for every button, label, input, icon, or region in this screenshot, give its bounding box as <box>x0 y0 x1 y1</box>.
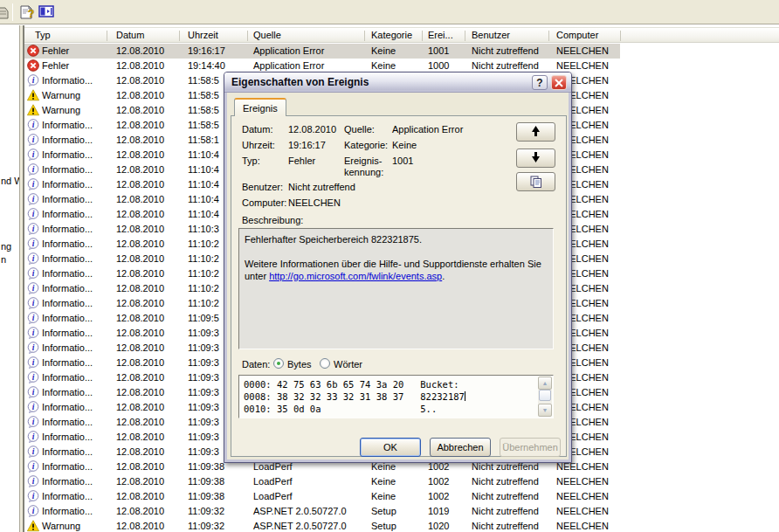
svg-text:i: i <box>32 507 35 515</box>
cell-id: 1019 <box>428 504 449 519</box>
events-asp-link[interactable]: http://go.microsoft.com/fwlink/events.as… <box>269 271 442 281</box>
warning-icon <box>27 104 39 116</box>
cell-typ: Informatio... <box>42 162 93 177</box>
cell-uhrzeit: 11:09:3 <box>188 370 219 385</box>
info-icon: i <box>27 356 39 369</box>
toolbar-separator <box>12 3 13 21</box>
cell-typ: Informatio... <box>42 118 93 133</box>
info-icon: i <box>27 416 39 428</box>
column-header-erei[interactable]: Erei... <box>428 28 453 43</box>
cell-datum: 12.08.2010 <box>116 237 164 252</box>
show-console-tree-icon[interactable] <box>38 4 54 20</box>
table-row[interactable]: Fehler12.08.201019:16:17Application Erro… <box>24 44 620 59</box>
column-separator[interactable] <box>179 31 180 41</box>
hex-data-box[interactable]: 0000: 42 75 63 6b 65 74 3a 20 Bucket: 00… <box>238 375 554 418</box>
cell-datum: 12.08.2010 <box>116 162 164 177</box>
column-separator[interactable] <box>465 31 465 41</box>
info-icon: i <box>27 297 39 309</box>
table-row[interactable]: iInformatio...12.08.201011:09:38LoadPerf… <box>24 474 620 489</box>
cell-datum: 12.08.2010 <box>116 252 164 266</box>
copy-event-button[interactable] <box>516 172 555 191</box>
info-icon: i <box>27 490 39 502</box>
cell-benutzer: Nicht zutreffend <box>472 519 539 532</box>
scroll-thumb[interactable] <box>539 390 551 401</box>
info-icon: i <box>27 252 39 265</box>
cell-uhrzeit: 11:09:3 <box>188 445 219 459</box>
daten-label: Daten: <box>242 359 270 370</box>
column-header-typ[interactable]: Typ <box>35 28 51 43</box>
cell-typ: Informatio... <box>42 207 93 222</box>
list-header: TypDatumUhrzeitQuelleKategorieErei...Ben… <box>24 27 779 43</box>
svg-text:i: i <box>32 180 35 189</box>
radio-woerter[interactable] <box>320 358 330 369</box>
column-separator[interactable] <box>548 31 549 41</box>
help-topics-icon[interactable]: ? <box>19 4 35 20</box>
scroll-down-icon[interactable]: ▼ <box>538 404 552 417</box>
svg-text:i: i <box>32 225 35 233</box>
table-row[interactable]: iInformatio...12.08.201011:09:38LoadPerf… <box>24 489 620 504</box>
cell-uhrzeit: 11:10:4 <box>188 148 219 162</box>
radio-woerter-label[interactable]: Wörter <box>334 359 362 370</box>
previous-event-button[interactable] <box>516 122 555 142</box>
cell-uhrzeit: 11:09:32 <box>188 519 224 532</box>
column-separator[interactable] <box>107 31 107 41</box>
cell-uhrzeit: 11:09:32 <box>188 504 224 519</box>
apply-button[interactable]: Übernehmen <box>500 438 561 457</box>
cell-computer: NEELCHEN <box>556 504 609 519</box>
next-event-button[interactable] <box>516 149 555 168</box>
cell-typ: Informatio... <box>42 385 93 400</box>
close-icon[interactable] <box>551 75 567 90</box>
column-header-kategorie[interactable]: Kategorie <box>371 28 412 43</box>
column-header-benutzer[interactable]: Benutzer <box>472 28 510 43</box>
column-separator[interactable] <box>422 31 423 41</box>
column-separator[interactable] <box>620 31 621 41</box>
cell-typ: Informatio... <box>42 252 93 266</box>
dialog-help-button[interactable]: ? <box>532 75 548 90</box>
description-box[interactable]: Fehlerhafter Speicherbereich 822321875. … <box>238 228 554 349</box>
info-icon: i <box>27 238 39 250</box>
column-separator[interactable] <box>364 31 365 41</box>
cell-datum: 12.08.2010 <box>116 504 164 519</box>
dialog-titlebar[interactable]: Eigenschaften von Ereignis ? <box>224 73 571 93</box>
info-icon: i <box>27 386 39 398</box>
svg-text:i: i <box>32 492 35 501</box>
cell-uhrzeit: 11:58:5 <box>188 118 219 133</box>
hex-scrollbar[interactable]: ▲ ▼ <box>538 377 552 417</box>
cell-typ: Informatio... <box>42 266 93 281</box>
cell-uhrzeit: 11:10:2 <box>188 281 219 296</box>
cell-datum: 12.08.2010 <box>116 459 164 474</box>
column-separator[interactable] <box>247 31 248 41</box>
tab-ereignis[interactable]: Ereignis <box>234 98 286 116</box>
info-icon: i <box>27 223 39 235</box>
cell-uhrzeit: 11:10:4 <box>188 177 219 192</box>
info-icon: i <box>27 401 39 413</box>
cell-typ: Informatio... <box>42 326 93 341</box>
cell-uhrzeit: 11:09:38 <box>188 489 224 504</box>
error-icon <box>27 45 39 57</box>
table-row[interactable]: iInformatio...12.08.201011:09:32ASP.NET … <box>24 504 620 519</box>
column-header-computer[interactable]: Computer <box>556 28 598 43</box>
svg-text:i: i <box>32 76 35 85</box>
column-header-quelle[interactable]: Quelle <box>253 28 281 43</box>
quelle-value: Application Error <box>392 124 463 135</box>
info-icon: i <box>27 282 39 294</box>
cell-datum: 12.08.2010 <box>116 385 164 400</box>
cancel-button[interactable]: Abbrechen <box>430 438 491 457</box>
scroll-up-icon[interactable]: ▲ <box>538 377 552 390</box>
svg-text:i: i <box>32 254 35 263</box>
cell-computer: NEELCHEN <box>556 519 609 532</box>
cell-id: 1002 <box>428 474 449 489</box>
cell-uhrzeit: 11:09:38 <box>188 459 224 474</box>
ereigniskennung-value: 1001 <box>392 155 413 167</box>
ok-button[interactable]: OK <box>360 438 421 457</box>
column-header-uhrzeit[interactable]: Uhrzeit <box>188 28 218 43</box>
tab-page: Datum: 12.08.2010 Quelle: Application Er… <box>231 115 567 457</box>
cell-typ: Informatio... <box>42 281 93 296</box>
radio-bytes[interactable] <box>273 358 284 369</box>
partial-icon[interactable] <box>0 4 12 20</box>
cell-typ: Informatio... <box>42 177 93 192</box>
column-header-datum[interactable]: Datum <box>116 28 144 43</box>
table-row[interactable]: Warnung12.08.201011:09:32ASP.NET 2.0.507… <box>24 519 620 532</box>
radio-bytes-label[interactable]: Bytes <box>287 359 312 370</box>
text-cursor <box>465 391 465 401</box>
